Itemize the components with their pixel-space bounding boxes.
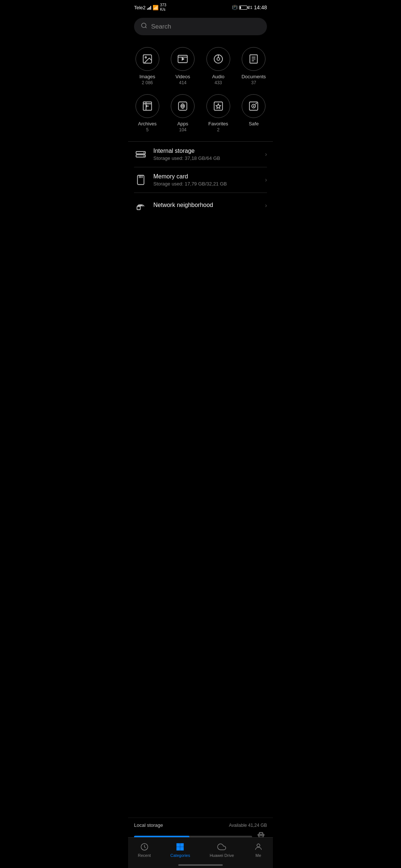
signal-bars [147,5,151,10]
internal-storage-icon [134,148,147,161]
videos-count: 414 [179,80,186,85]
safe-icon-circle [242,94,265,118]
documents-label: Documents [241,74,266,79]
svg-rect-34 [137,207,140,210]
category-item-audio[interactable]: Audio 433 [202,44,235,88]
signal-bar-2 [148,8,149,10]
archives-label: Archives [138,121,157,126]
apps-icon-circle [171,94,195,118]
wifi-icon: 📶 [153,5,159,10]
network-speed: 373K/s [160,3,166,12]
svg-point-3 [145,57,147,58]
storage-item-memory-card[interactable]: Memory card Storage used: 17,79 GB/32,21… [134,167,267,193]
svg-marker-5 [182,57,185,61]
images-icon-circle [136,47,159,71]
internal-storage-chevron: › [265,151,267,158]
category-item-apps[interactable]: Apps 104 [167,91,199,135]
videos-icon-circle [171,47,195,71]
internal-storage-subtitle: Storage used: 37,18 GB/64 GB [153,155,259,161]
archives-icon-circle [136,94,159,118]
category-item-documents[interactable]: Documents 37 [238,44,270,88]
svg-line-1 [145,27,146,28]
svg-point-0 [141,23,146,27]
status-right: 📳 21 14:48 [232,4,267,10]
signal-bar-3 [149,7,150,10]
category-item-safe[interactable]: Safe [238,91,270,135]
battery-container: 21 [239,5,252,10]
category-item-archives[interactable]: Archives 5 [131,91,164,135]
audio-count: 433 [215,80,222,85]
storage-list: Internal storage Storage used: 37,18 GB/… [128,142,273,218]
search-bar[interactable]: Search [134,18,267,35]
battery-percent: 21 [248,5,252,10]
apps-label: Apps [177,121,188,126]
time-label: 14:48 [254,4,267,10]
documents-count: 37 [251,80,256,85]
category-item-videos[interactable]: Videos 414 [167,44,199,88]
network-chevron: › [265,202,267,209]
vibrate-icon: 📳 [232,5,238,10]
videos-label: Videos [175,74,190,79]
apps-count: 104 [179,127,186,132]
images-count: 2 086 [142,80,153,85]
favorites-count: 2 [217,127,219,132]
internal-storage-title: Internal storage [153,148,259,154]
memory-card-icon [134,173,147,187]
internal-storage-info: Internal storage Storage used: 37,18 GB/… [153,148,259,161]
svg-point-8 [217,57,220,60]
search-container: Search [128,13,273,41]
signal-bar-1 [147,9,148,10]
images-label: Images [139,74,155,79]
svg-rect-15 [143,104,152,111]
search-icon [141,22,147,31]
battery-icon [239,6,247,10]
search-placeholder: Search [151,23,171,30]
audio-label: Audio [212,74,224,79]
svg-point-29 [144,155,145,157]
documents-icon-circle [242,47,265,71]
category-item-images[interactable]: Images 2 086 [131,44,164,88]
signal-bar-4 [150,6,151,10]
archives-count: 5 [146,127,149,132]
network-icon [134,199,147,212]
svg-point-19 [182,105,184,107]
favorites-icon-circle [206,94,230,118]
svg-rect-18 [179,102,187,111]
svg-line-25 [255,103,257,104]
svg-point-24 [253,105,254,107]
memory-card-info: Memory card Storage used: 17,79 GB/32,21… [153,173,259,187]
audio-icon-circle [206,47,230,71]
memory-card-title: Memory card [153,173,259,180]
svg-point-28 [144,152,145,153]
category-grid: Images 2 086 Videos 414 Audio 433 [128,41,273,141]
carrier-label: Tele2 [134,5,146,10]
category-item-favorites[interactable]: Favorites 2 [202,91,235,135]
status-bar: Tele2 📶 373K/s 📳 21 14:48 [128,0,273,13]
svg-marker-21 [216,104,221,109]
favorites-label: Favorites [208,121,228,126]
status-left: Tele2 📶 373K/s [134,3,166,12]
battery-level [240,6,241,9]
safe-label: Safe [249,121,259,126]
storage-item-network[interactable]: Network neighborhood › [134,193,267,218]
storage-item-internal[interactable]: Internal storage Storage used: 37,18 GB/… [134,142,267,167]
memory-card-chevron: › [265,177,267,183]
network-info: Network neighborhood [153,202,259,210]
network-title: Network neighborhood [153,202,259,208]
memory-card-subtitle: Storage used: 17,79 GB/32,21 GB [153,181,259,187]
